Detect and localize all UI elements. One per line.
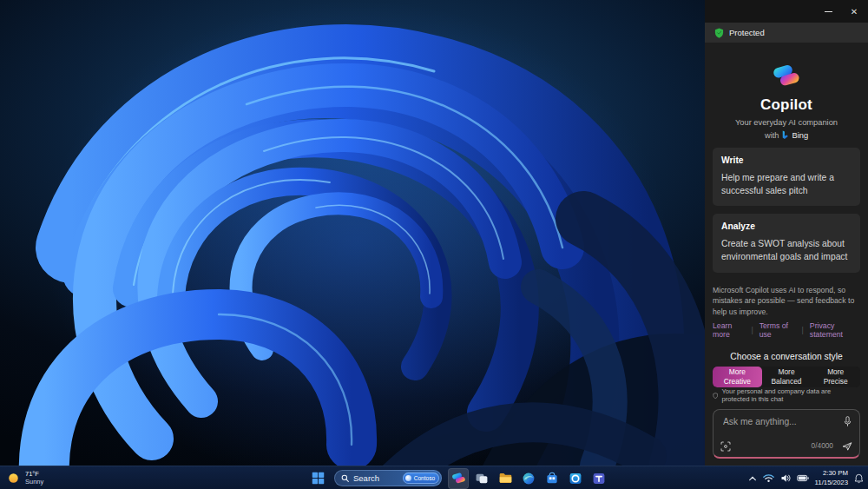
taskbar: 71°F Sunny Search: [0, 466, 868, 489]
footer-links: Learn more | Terms of use | Privacy stat…: [713, 321, 860, 339]
panel-titlebar: ✕: [705, 0, 868, 23]
style-more-precise[interactable]: More Precise: [811, 367, 860, 387]
taskbar-app-edge[interactable]: [518, 468, 539, 489]
char-counter: 0/4000: [812, 441, 833, 450]
card-body: Help me prepare and write a successful s…: [721, 172, 852, 197]
panel-body: Copilot Your everyday AI companion with …: [705, 43, 868, 466]
protected-label: Protected: [729, 28, 765, 37]
file-explorer-icon: [498, 471, 513, 486]
teams-icon: [592, 472, 606, 486]
style-option-line2: Creative: [724, 377, 751, 387]
outlook-icon: [569, 472, 582, 486]
conversation-style-selector: More Creative More Balanced More Precise: [713, 367, 860, 387]
privacy-statement-link[interactable]: Privacy statement: [810, 321, 860, 339]
ai-disclaimer-text: Microsoft Copilot uses AI to respond, so…: [713, 285, 860, 318]
contoso-badge: Contoso: [403, 472, 439, 484]
system-tray: 2:30 PM 11/15/2023: [748, 467, 864, 489]
suggestion-card-analyze[interactable]: Analyze Create a SWOT analysis about env…: [713, 214, 860, 272]
panel-tagline: Your everyday AI companion: [713, 118, 860, 127]
style-option-line2: Precise: [824, 377, 848, 387]
ask-input[interactable]: [721, 416, 835, 427]
send-icon[interactable]: [841, 440, 853, 453]
copilot-icon: [451, 471, 466, 486]
shield-outline-icon: [713, 392, 718, 400]
privacy-note-row: Your personal and company data are prote…: [713, 387, 860, 403]
style-option-line2: Balanced: [772, 377, 802, 387]
contoso-logo-icon: [405, 475, 411, 481]
terms-of-use-link[interactable]: Terms of use: [760, 321, 796, 339]
shield-protected-icon: [714, 28, 724, 38]
copilot-logo: [768, 61, 805, 90]
clock-time: 2:30 PM: [823, 469, 848, 478]
battery-icon[interactable]: [797, 474, 809, 482]
microphone-icon[interactable]: [843, 416, 852, 427]
with-label: with: [765, 131, 779, 140]
close-icon: ✕: [851, 7, 858, 17]
windows-logo-icon: [312, 472, 325, 485]
search-icon: [341, 474, 349, 482]
with-bing-row: with Bing: [713, 130, 860, 140]
taskbar-app-task-view[interactable]: [471, 468, 492, 489]
sun-icon: [7, 472, 20, 485]
clock-date: 11/15/2023: [815, 479, 848, 487]
chat-input-box: 0/4000: [713, 409, 860, 459]
panel-title: Copilot: [713, 96, 860, 114]
edge-icon: [522, 472, 536, 486]
desktop: ✕ Protected Copilot Your everyday AI com…: [0, 0, 868, 489]
style-more-creative[interactable]: More Creative: [713, 367, 762, 387]
panel-footer: Your personal and company data are prote…: [713, 387, 860, 466]
wifi-icon[interactable]: [763, 473, 774, 483]
minimize-icon: [825, 11, 832, 12]
taskbar-center: Search Contoso: [307, 467, 609, 489]
suggestion-card-write[interactable]: Write Help me prepare and write a succes…: [713, 148, 860, 206]
style-more-balanced[interactable]: More Balanced: [762, 367, 812, 387]
weather-condition: Sunny: [25, 478, 43, 486]
privacy-note-text: Your personal and company data are prote…: [721, 387, 860, 403]
notification-bell-icon[interactable]: [854, 473, 864, 484]
clock[interactable]: 2:30 PM 11/15/2023: [815, 469, 848, 486]
style-option-line1: More: [729, 367, 746, 377]
contoso-badge-label: Contoso: [414, 475, 435, 481]
bing-logo-icon: [781, 130, 789, 140]
conversation-style-heading: Choose a conversation style: [713, 352, 860, 361]
link-separator: |: [802, 326, 804, 334]
hidden-icons-chevron-icon[interactable]: [748, 475, 757, 482]
bing-label: Bing: [792, 131, 808, 140]
microsoft-store-icon: [545, 472, 559, 486]
task-view-icon: [475, 472, 489, 486]
volume-icon[interactable]: [780, 473, 791, 483]
copilot-sidebar-panel: ✕ Protected Copilot Your everyday AI com…: [705, 0, 868, 466]
style-option-line1: More: [778, 367, 794, 377]
link-separator: |: [751, 326, 753, 334]
start-button[interactable]: [307, 468, 328, 489]
search-box[interactable]: Search Contoso: [334, 470, 442, 486]
taskbar-app-outlook[interactable]: [565, 468, 586, 489]
card-body: Create a SWOT analysis about environment…: [721, 238, 852, 263]
card-heading: Write: [721, 155, 852, 165]
minimize-button[interactable]: [818, 3, 838, 20]
search-label: Search: [353, 473, 398, 483]
weather-widget[interactable]: 71°F Sunny: [7, 468, 43, 487]
taskbar-app-teams[interactable]: [589, 468, 609, 489]
learn-more-link[interactable]: Learn more: [713, 321, 745, 339]
weather-temp: 71°F: [25, 470, 43, 478]
taskbar-app-copilot[interactable]: [448, 468, 469, 489]
protected-status-bar: Protected: [705, 23, 868, 43]
add-image-icon[interactable]: [720, 441, 731, 452]
style-option-line1: More: [827, 367, 844, 377]
taskbar-app-microsoft-store[interactable]: [542, 468, 562, 489]
close-button[interactable]: ✕: [844, 3, 865, 20]
taskbar-app-file-explorer[interactable]: [495, 468, 516, 489]
card-heading: Analyze: [721, 221, 852, 231]
